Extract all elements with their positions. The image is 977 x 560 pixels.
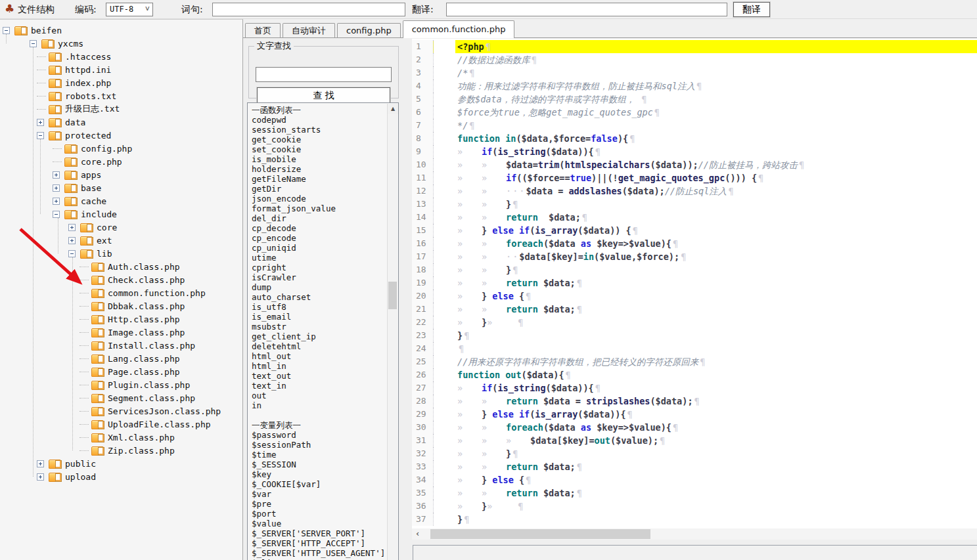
variable-list-item[interactable]: $key bbox=[252, 469, 387, 479]
encoding-select[interactable]: UTF-8 ˅ bbox=[106, 3, 153, 16]
search-button[interactable]: 查 找 bbox=[257, 87, 390, 104]
tree-item-Plugin.class.php[interactable]: Plugin.class.php bbox=[0, 378, 242, 391]
expand-icon[interactable] bbox=[68, 224, 76, 231]
editor-horizontal-scrollbar[interactable]: ‹ bbox=[412, 528, 977, 540]
variable-list-item[interactable]: $_COOKIE[$var] bbox=[252, 479, 387, 489]
function-list-item[interactable]: get_client_ip bbox=[252, 332, 387, 341]
tree-item-core[interactable]: core bbox=[0, 221, 242, 234]
function-list-item[interactable]: holdersize bbox=[252, 164, 387, 174]
tree-item-Dbbak.class.php[interactable]: Dbbak.class.php bbox=[0, 299, 242, 312]
tree-item-Auth.class.php[interactable]: Auth.class.php bbox=[0, 260, 242, 273]
function-list-item[interactable]: codepwd bbox=[252, 115, 387, 125]
function-list-item[interactable]: set_cookie bbox=[252, 144, 387, 154]
function-list-item[interactable]: cp_decode bbox=[252, 223, 387, 233]
tree-item-Xml.class.php[interactable]: Xml.class.php bbox=[0, 431, 242, 444]
function-list-header[interactable]: 一函数列表一 bbox=[252, 105, 387, 115]
tree-item-httpd.ini[interactable]: httpd.ini bbox=[0, 63, 242, 76]
expand-icon[interactable] bbox=[37, 460, 44, 467]
scroll-up-arrow[interactable]: ▲ bbox=[388, 104, 398, 114]
variable-list-item[interactable]: $_SERVER['HTTP_USER_AGENT'] bbox=[252, 548, 387, 558]
expand-icon[interactable] bbox=[53, 171, 60, 179]
collapse-icon[interactable] bbox=[30, 40, 37, 47]
tree-item-lib[interactable]: lib bbox=[0, 247, 242, 260]
tree-item-upload[interactable]: upload bbox=[0, 470, 242, 483]
expand-icon[interactable] bbox=[53, 184, 60, 192]
tree-item-include[interactable]: include bbox=[0, 207, 242, 221]
function-list-item[interactable]: is_mobile bbox=[252, 154, 387, 164]
tree-item-Image.class.php[interactable]: Image.class.php bbox=[0, 326, 242, 339]
tree-item-config.php[interactable]: config.php bbox=[0, 142, 242, 155]
tree-item-ext[interactable]: ext bbox=[0, 234, 242, 247]
list-scrollbar-thumb[interactable] bbox=[388, 282, 397, 309]
tree-item-升级日志.txt[interactable]: 升级日志.txt bbox=[0, 102, 242, 116]
variable-list-item[interactable]: $sessionPath bbox=[252, 440, 387, 450]
tree-item-protected[interactable]: protected bbox=[0, 129, 242, 142]
variable-list-item[interactable]: $value bbox=[252, 519, 387, 528]
collapse-icon[interactable] bbox=[37, 132, 44, 139]
variable-list-item[interactable]: $time bbox=[252, 450, 387, 460]
translate-button[interactable]: 翻译 bbox=[733, 2, 770, 17]
function-list-item[interactable]: is_email bbox=[252, 312, 387, 322]
tree-item-Install.class.php[interactable]: Install.class.php bbox=[0, 339, 242, 352]
expand-icon[interactable] bbox=[53, 198, 60, 205]
function-list-item[interactable]: html_out bbox=[252, 351, 387, 361]
variable-list-item[interactable]: $pre bbox=[252, 499, 387, 509]
function-list-item[interactable]: get_cookie bbox=[252, 135, 387, 144]
variable-list-item[interactable]: $password bbox=[252, 430, 387, 440]
expand-icon[interactable] bbox=[37, 119, 44, 126]
function-list-item[interactable]: in bbox=[252, 400, 387, 410]
tree-item-Segment.class.php[interactable]: Segment.class.php bbox=[0, 391, 242, 404]
tree-item-Page.class.php[interactable]: Page.class.php bbox=[0, 365, 242, 378]
tree-item-Http.class.php[interactable]: Http.class.php bbox=[0, 312, 242, 326]
tree-item-.htaccess[interactable]: .htaccess bbox=[0, 50, 242, 63]
editor-scrollbar-thumb[interactable] bbox=[430, 529, 650, 539]
function-list-item[interactable]: deletehtml bbox=[252, 341, 387, 351]
collapse-icon[interactable] bbox=[53, 211, 60, 218]
function-list-item[interactable]: is_utf8 bbox=[252, 302, 387, 312]
tree-item-yxcms[interactable]: yxcms bbox=[0, 37, 242, 50]
collapse-icon[interactable] bbox=[3, 27, 10, 34]
tab-自动审计[interactable]: 自动审计 bbox=[283, 23, 335, 37]
function-list-item[interactable]: msubstr bbox=[252, 322, 387, 332]
code-editor[interactable]: 1<?php¶2//数据过滤函数库¶3/*¶4功能：用来过滤字符串和字符串数组，… bbox=[412, 39, 977, 528]
translate-input[interactable] bbox=[446, 3, 727, 16]
tree-item-data[interactable]: data bbox=[0, 116, 242, 129]
collapse-icon[interactable] bbox=[68, 250, 76, 257]
function-list-item[interactable]: getDir bbox=[252, 184, 387, 194]
tree-item-apps[interactable]: apps bbox=[0, 168, 242, 181]
function-list-item[interactable]: cp_uniqid bbox=[252, 243, 387, 253]
function-list-item[interactable]: dump bbox=[252, 282, 387, 292]
tree-item-index.php[interactable]: index.php bbox=[0, 76, 242, 89]
function-list-item[interactable]: html_in bbox=[252, 361, 387, 371]
expand-icon[interactable] bbox=[68, 237, 76, 244]
phrase-input[interactable] bbox=[212, 3, 405, 16]
tree-item-core.php[interactable]: core.php bbox=[0, 155, 242, 168]
tab-config.php[interactable]: config.php bbox=[337, 23, 401, 37]
search-input[interactable] bbox=[256, 67, 392, 82]
variable-list-header[interactable]: 一变量列表一 bbox=[252, 420, 387, 430]
function-list-item[interactable]: text_in bbox=[252, 381, 387, 391]
tree-item-common.function.php[interactable]: common.function.php bbox=[0, 286, 242, 299]
expand-icon[interactable] bbox=[37, 473, 44, 481]
function-list-item[interactable]: text_out bbox=[252, 371, 387, 381]
list-scrollbar[interactable]: ▲ bbox=[387, 104, 398, 560]
list-spacer[interactable] bbox=[252, 410, 387, 420]
tab-首页[interactable]: 首页 bbox=[245, 23, 281, 37]
function-list-item[interactable]: json_encode bbox=[252, 194, 387, 204]
function-list-item[interactable]: auto_charset bbox=[252, 292, 387, 302]
scroll-left-arrow[interactable]: ‹ bbox=[412, 528, 423, 540]
variable-list-item[interactable]: $port bbox=[252, 509, 387, 519]
variable-list-item[interactable]: $_SERVER['HTTP_ACCEPT'] bbox=[252, 538, 387, 548]
function-list-item[interactable]: format_json_value bbox=[252, 204, 387, 213]
function-list-item[interactable]: cpright bbox=[252, 263, 387, 272]
function-list-item[interactable]: cp_encode bbox=[252, 233, 387, 243]
variable-list-item[interactable]: $_SERVER['SERVER_PORT'] bbox=[252, 528, 387, 538]
function-list-item[interactable]: session_starts bbox=[252, 125, 387, 135]
function-list-item[interactable]: out bbox=[252, 391, 387, 400]
tree-item-beifen[interactable]: beifen bbox=[0, 24, 242, 37]
tree-item-Check.class.php[interactable]: Check.class.php bbox=[0, 273, 242, 286]
function-list-item[interactable]: getFileName bbox=[252, 174, 387, 184]
tree-item-Zip.class.php[interactable]: Zip.class.php bbox=[0, 444, 242, 457]
tree-item-ServicesJson.class.php[interactable]: ServicesJson.class.php bbox=[0, 404, 242, 418]
function-list-item[interactable]: del_dir bbox=[252, 213, 387, 223]
